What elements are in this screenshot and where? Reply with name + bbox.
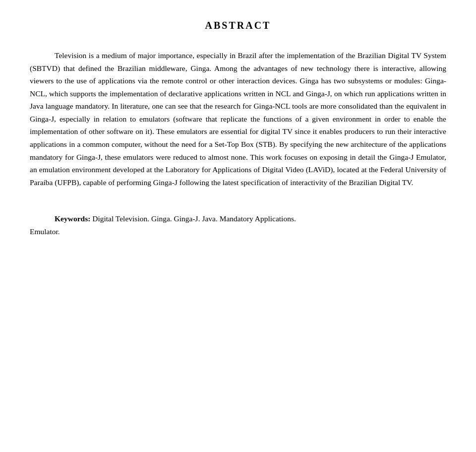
keywords-section: Keywords: Digital Television. Ginga. Gin… xyxy=(30,212,446,238)
page: ABSTRACT Television is a medium of major… xyxy=(0,0,476,452)
emulator-line: Emulator. xyxy=(30,225,446,238)
abstract-title: ABSTRACT xyxy=(30,20,446,31)
keywords-items: Digital Television. Ginga. Ginga-J. Java… xyxy=(92,214,296,223)
abstract-paragraph: Television is a medium of major importan… xyxy=(30,49,446,189)
keywords-label: Keywords: xyxy=(55,214,90,223)
abstract-body: Television is a medium of major importan… xyxy=(30,49,446,189)
keywords-line: Keywords: Digital Television. Ginga. Gin… xyxy=(30,212,446,225)
